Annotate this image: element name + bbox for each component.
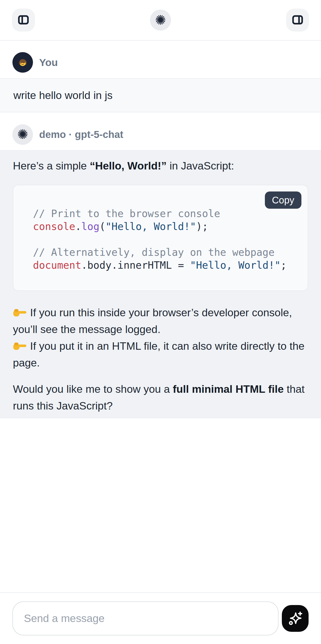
code-line-blank — [33, 233, 298, 246]
assistant-notes-paragraph: If you run this inside your browser’s de… — [13, 304, 308, 371]
panel-right-icon — [292, 14, 303, 26]
user-avatar — [12, 52, 33, 73]
panel-left-icon — [18, 14, 29, 26]
user-message-text: write hello world in js — [13, 89, 112, 102]
assistant-avatar — [12, 124, 33, 145]
assistant-sender-label: demo · gpt-5-chat — [39, 129, 123, 140]
user-message-header: You — [0, 41, 321, 78]
model-avatar-button[interactable] — [150, 10, 171, 30]
code-content: // Print to the browser consoleconsole.l… — [33, 207, 298, 272]
code-block: Copy // Print to the browser consolecons… — [13, 185, 308, 291]
code-line: // Print to the browser console — [33, 207, 298, 220]
new-message-button[interactable] — [282, 605, 309, 632]
right-panel-toggle-button[interactable] — [286, 8, 309, 32]
starburst-icon — [155, 14, 166, 26]
user-message-bubble: write hello world in js — [0, 78, 321, 112]
user-role-label: You — [39, 57, 58, 68]
intro-bold-text: “Hello, World!” — [90, 160, 167, 172]
top-bar — [0, 0, 321, 41]
assistant-message-header: demo · gpt-5-chat — [0, 112, 321, 150]
code-line: console.log("Hello, World!"); — [33, 220, 298, 233]
sparkle-plus-icon — [287, 610, 303, 627]
sidebar-toggle-button[interactable] — [12, 8, 35, 32]
starburst-icon — [17, 128, 28, 140]
assistant-question-paragraph: Would you like me to show you a full min… — [13, 381, 308, 414]
code-line: document.body.innerHTML = "Hello, World!… — [33, 259, 298, 272]
message-input[interactable] — [12, 602, 279, 636]
copy-code-button[interactable]: Copy — [265, 192, 302, 209]
assistant-message-body: Here’s a simple “Hello, World!” in JavaS… — [0, 150, 321, 418]
code-line: // Alternatively, display on the webpage — [33, 246, 298, 259]
assistant-intro-paragraph: Here’s a simple “Hello, World!” in JavaS… — [13, 158, 308, 174]
composer-bar — [0, 592, 321, 644]
chat-scroll-area[interactable] — [0, 418, 321, 592]
question-bold-text: full minimal HTML file — [173, 383, 284, 395]
person-emoji-icon — [17, 56, 29, 69]
pointing-right-emoji-icon — [13, 339, 27, 349]
pointing-right-emoji-icon — [13, 305, 27, 315]
